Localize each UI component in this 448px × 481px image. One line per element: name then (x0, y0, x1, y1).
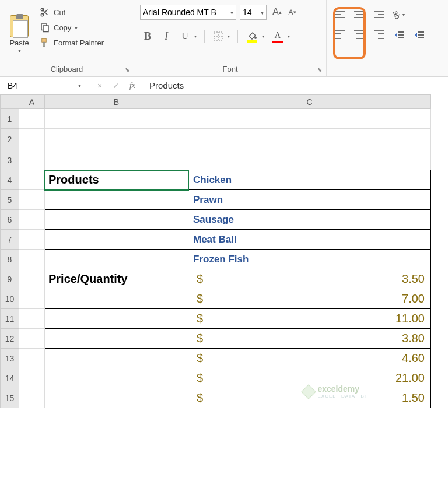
row-header[interactable]: 15 (1, 388, 19, 408)
column-header[interactable]: A (19, 95, 45, 109)
row-header[interactable]: 3 (1, 150, 19, 170)
bold-button[interactable]: B (140, 28, 155, 44)
price-value: 3.80 (402, 332, 425, 345)
enter-button[interactable]: ✓ (109, 81, 123, 90)
spreadsheet-grid: A B C 1 2Run a VBA Code to Center Text H… (0, 94, 448, 408)
cell[interactable] (45, 150, 188, 170)
cell[interactable] (19, 150, 45, 170)
dialog-launcher-icon[interactable]: ⬊ (316, 66, 323, 73)
cell[interactable] (19, 289, 45, 309)
row-header[interactable]: 1 (1, 109, 19, 129)
cell[interactable]: Sausage (188, 210, 431, 230)
copy-button[interactable]: Copy ▾ (37, 21, 106, 34)
cell[interactable] (19, 388, 45, 408)
increase-indent-button[interactable] (411, 27, 427, 42)
increase-font-button[interactable]: A▴ (270, 5, 284, 19)
row-header[interactable]: 13 (1, 349, 19, 368)
cell[interactable]: Meat Ball (188, 230, 431, 250)
font-size-combo[interactable]: 14 ▾ (240, 5, 267, 20)
banner-cell[interactable]: Run a VBA Code to Center Text Horizontal… (45, 129, 431, 150)
price-value: 4.60 (402, 352, 425, 365)
clipboard-group: Paste ▾ Cut Copy ▾ (0, 0, 134, 76)
row-header[interactable]: 10 (1, 289, 19, 309)
formula-input[interactable]: Products (144, 77, 448, 94)
row-header[interactable]: 5 (1, 190, 19, 210)
cell-selected[interactable]: Products (45, 170, 188, 190)
cell[interactable] (45, 309, 188, 329)
cell[interactable] (45, 388, 188, 408)
borders-button[interactable] (211, 28, 226, 44)
select-all-corner[interactable] (1, 95, 19, 109)
separator (204, 30, 205, 43)
row-header[interactable]: 4 (1, 170, 19, 190)
orientation-button[interactable]: ab ▾ (391, 7, 408, 22)
row-header[interactable]: 11 (1, 309, 19, 329)
cell[interactable] (45, 230, 188, 250)
svg-point-9 (254, 37, 257, 39)
cell[interactable] (19, 269, 45, 289)
font-color-button[interactable]: A (270, 28, 286, 44)
chevron-down-icon[interactable]: ▾ (226, 34, 232, 39)
cell[interactable] (19, 309, 45, 329)
chevron-down-icon[interactable]: ▾ (260, 34, 266, 39)
cell[interactable] (45, 329, 188, 349)
underline-button[interactable]: U (177, 28, 192, 44)
cell[interactable] (19, 329, 45, 349)
cell[interactable] (19, 368, 45, 388)
cell[interactable] (45, 349, 188, 368)
cell[interactable] (45, 250, 188, 269)
cell[interactable]: Chicken (188, 170, 431, 190)
cell[interactable] (19, 230, 45, 250)
cell[interactable] (45, 210, 188, 230)
cell[interactable]: $4.60 (188, 349, 431, 368)
cell[interactable]: $7.00 (188, 289, 431, 309)
row-header[interactable]: 14 (1, 368, 19, 388)
cell[interactable]: Price/Quantity (45, 269, 188, 289)
row-header[interactable]: 8 (1, 250, 19, 269)
cut-button[interactable]: Cut (37, 6, 106, 19)
cell[interactable] (19, 170, 45, 190)
paste-button[interactable]: Paste ▾ (5, 3, 34, 65)
row-header[interactable]: 7 (1, 230, 19, 250)
chevron-down-icon[interactable]: ▾ (286, 34, 292, 39)
cell[interactable] (45, 109, 188, 129)
cell[interactable] (19, 349, 45, 368)
cell[interactable] (19, 250, 45, 269)
cancel-button[interactable]: × (93, 81, 107, 90)
cell[interactable]: $11.00 (188, 309, 431, 329)
cell[interactable] (19, 210, 45, 230)
bucket-icon (247, 31, 257, 40)
column-header[interactable]: C (188, 95, 431, 109)
cell[interactable] (188, 109, 431, 129)
decrease-indent-button[interactable] (391, 27, 407, 42)
align-right-button[interactable] (371, 27, 387, 42)
align-bottom-button[interactable] (371, 7, 387, 22)
chevron-down-icon: ▾ (78, 82, 81, 89)
chevron-down-icon[interactable]: ▾ (192, 34, 198, 39)
cell[interactable] (19, 129, 45, 150)
font-name-combo[interactable]: Arial Rounded MT B ▾ (140, 5, 236, 20)
cell[interactable] (45, 368, 188, 388)
cell[interactable] (19, 190, 45, 210)
fx-button[interactable]: fx (125, 81, 139, 90)
cell[interactable] (45, 190, 188, 210)
fill-color-button[interactable] (244, 28, 260, 44)
cell[interactable] (188, 150, 431, 170)
row-header[interactable]: 12 (1, 329, 19, 349)
row-header[interactable]: 2 (1, 129, 19, 150)
copy-label: Copy (54, 23, 71, 32)
name-box[interactable]: B4 ▾ (4, 79, 85, 92)
column-header[interactable]: B (45, 95, 188, 109)
cell[interactable]: Prawn (188, 190, 431, 210)
cell[interactable]: $3.50 (188, 269, 431, 289)
italic-button[interactable]: I (159, 28, 174, 44)
decrease-font-button[interactable]: A▾ (285, 5, 299, 19)
cell[interactable]: Frozen Fish (188, 250, 431, 269)
cell[interactable] (19, 109, 45, 129)
row-header[interactable]: 9 (1, 269, 19, 289)
format-painter-button[interactable]: Format Painter (37, 36, 106, 49)
dialog-launcher-icon[interactable]: ⬊ (124, 66, 131, 73)
row-header[interactable]: 6 (1, 210, 19, 230)
cell[interactable]: $3.80 (188, 329, 431, 349)
cell[interactable] (45, 289, 188, 309)
